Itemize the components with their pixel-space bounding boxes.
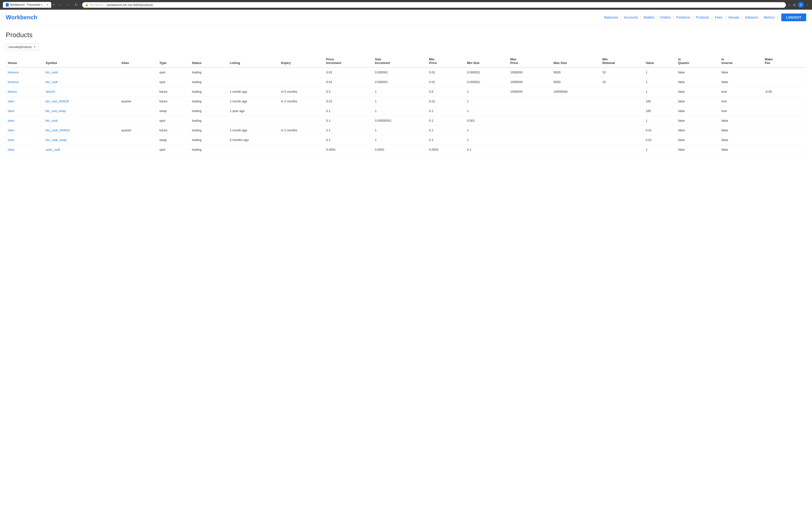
cell-size_increment: 1 — [373, 135, 427, 145]
nav-positions[interactable]: Positions — [674, 15, 692, 19]
cell-value: 0.01 — [644, 135, 676, 145]
nav-venues[interactable]: Venues — [726, 15, 742, 19]
cell-max_price: 1000000 — [508, 87, 552, 97]
bookmark-button[interactable]: ☆ — [788, 3, 791, 7]
cell-expiry: in 5 months — [279, 87, 324, 97]
table-row: okexbtc_usd_swapswaptrading1 year ago0.1… — [6, 106, 806, 116]
nav-sep-8: | — [741, 15, 743, 19]
col-header-listing: Listing — [228, 55, 279, 67]
address-bar[interactable]: 🔒 Not Secure | workbench.lvh.me:4000/pro… — [82, 2, 786, 8]
cell-alias — [120, 67, 158, 77]
dropdown-value: nonode@nohost — [8, 45, 32, 49]
forward-button[interactable]: → — [65, 2, 72, 8]
link-symbol[interactable]: btc_usd_200626 — [46, 100, 69, 103]
cell-listing — [228, 145, 279, 155]
cell-size_increment: 1 — [373, 97, 427, 106]
tab-close-button[interactable]: ✕ — [46, 3, 48, 6]
cell-min_price: 0.5 — [427, 87, 465, 97]
back-button[interactable]: ← — [57, 2, 63, 8]
cell-listing — [228, 77, 279, 87]
url-text: workbench.lvh.me:4000/products — [107, 3, 153, 7]
link-venue[interactable]: okex — [8, 100, 14, 103]
cell-alias — [120, 106, 158, 116]
cell-min_price: 0.1 — [427, 116, 465, 125]
cell-symbol: btc_usd_swap — [44, 106, 120, 116]
link-venue[interactable]: okex — [8, 148, 14, 151]
link-symbol[interactable]: xbtu20 — [46, 90, 55, 94]
cell-min_size: 1 — [465, 135, 508, 145]
nav-advisors[interactable]: Advisors — [743, 15, 760, 19]
cell-max_price — [508, 125, 552, 135]
link-symbol[interactable]: btc_usdt_swap — [46, 138, 67, 142]
nav-metrics[interactable]: Metrics — [762, 15, 776, 19]
cell-price_increment: 0.1 — [324, 135, 373, 145]
nav-links: Balances | Accounts | Wallets | Orders |… — [603, 13, 806, 21]
col-header-size-increment: SizeIncrement — [373, 55, 427, 67]
cell-make_fee — [763, 97, 806, 106]
cell-min_size: 1 — [465, 125, 508, 135]
link-symbol[interactable]: usdc_usdt — [46, 148, 60, 151]
cell-max_size — [552, 97, 601, 106]
cell-is_inverse: false — [719, 67, 763, 77]
cell-is_quanto: false — [676, 67, 719, 77]
new-tab-button[interactable]: + — [53, 3, 55, 7]
cell-symbol: btc_usdt — [44, 116, 120, 125]
link-venue[interactable]: okex — [8, 138, 14, 142]
link-symbol[interactable]: btc_usdt_200626 — [46, 128, 70, 132]
cell-size_increment: 1 — [373, 106, 427, 116]
link-venue[interactable]: bitmex — [8, 90, 17, 94]
logout-button[interactable]: LOGOUT — [781, 13, 806, 21]
cell-alias — [120, 116, 158, 125]
nav-fees[interactable]: Fees — [713, 15, 724, 19]
nav-balances[interactable]: Balances — [603, 15, 620, 19]
col-header-min-notional: MinNotional — [600, 55, 644, 67]
cell-value: 0.01 — [644, 125, 676, 135]
reload-button[interactable]: ↻ — [73, 2, 79, 8]
link-venue[interactable]: okex — [8, 109, 14, 113]
logo[interactable]: Workbench — [6, 14, 37, 21]
not-secure-label: Not Secure — [90, 3, 103, 6]
cell-status: trading — [190, 125, 228, 135]
cell-min_notional — [600, 87, 644, 97]
table-row: binancebtc_usdcspottrading0.010.0000010.… — [6, 67, 806, 77]
browser-tab[interactable]: Workbench · Fremantle Indust... ✕ — [3, 2, 51, 8]
cell-status: trading — [190, 87, 228, 97]
cell-max_size — [552, 106, 601, 116]
cell-is_inverse: false — [719, 116, 763, 125]
link-symbol[interactable]: btc_usdt — [46, 80, 57, 84]
cell-venue: okex — [6, 106, 44, 116]
col-header-expiry: Expiry — [279, 55, 324, 67]
cell-type: future — [157, 97, 190, 106]
cell-expiry — [279, 135, 324, 145]
cell-max_price — [508, 116, 552, 125]
cell-price_increment: 0.0001 — [324, 145, 373, 155]
cell-type: spot — [157, 145, 190, 155]
cell-venue: okex — [6, 145, 44, 155]
link-venue[interactable]: binance — [8, 80, 19, 84]
nav-orders[interactable]: Orders — [658, 15, 672, 19]
cell-min_notional — [600, 116, 644, 125]
link-symbol[interactable]: btc_usdt — [46, 119, 57, 122]
menu-button[interactable]: ⋮ — [806, 3, 809, 7]
cell-symbol: btc_usdt_200626 — [44, 125, 120, 135]
extensions-button[interactable]: ⚙ — [793, 3, 796, 7]
link-symbol[interactable]: btc_usdc — [46, 70, 58, 74]
cell-type: swap — [157, 135, 190, 145]
nav-wallets[interactable]: Wallets — [642, 15, 656, 19]
node-dropdown[interactable]: nonode@nohost ▼ — [6, 44, 39, 50]
cell-price_increment: 0.5 — [324, 87, 373, 97]
cell-size_increment: 0.000001 — [373, 67, 427, 77]
link-venue[interactable]: binance — [8, 70, 19, 74]
profile-button[interactable]: A — [798, 2, 804, 8]
col-header-min-price: MinPrice — [427, 55, 465, 67]
link-symbol[interactable]: btc_usd_swap — [46, 109, 66, 113]
cell-make_fee — [763, 116, 806, 125]
cell-min_size: 1 — [465, 106, 508, 116]
link-venue[interactable]: okex — [8, 128, 14, 132]
cell-type: future — [157, 87, 190, 97]
nav-products[interactable]: Products — [694, 15, 711, 19]
cell-min_size: 0.000001 — [465, 77, 508, 87]
cell-type: spot — [157, 77, 190, 87]
nav-accounts[interactable]: Accounts — [622, 15, 640, 19]
link-venue[interactable]: okex — [8, 119, 14, 122]
